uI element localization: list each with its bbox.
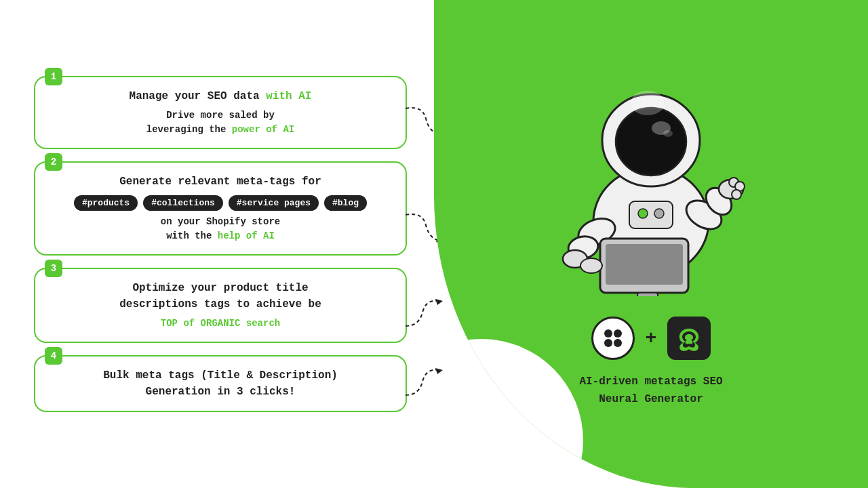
svg-point-21 <box>616 108 686 176</box>
svg-point-27 <box>654 209 664 218</box>
bottom-label-line2: Neural Generator <box>599 393 703 405</box>
right-panel: + AI-driven metatags SEO Neural Generato… <box>434 0 868 488</box>
svg-point-32 <box>614 339 622 347</box>
svg-point-23 <box>663 130 673 137</box>
card-3: 3 Optimize your product titledescription… <box>34 268 407 343</box>
icons-row: + <box>591 317 711 360</box>
svg-marker-2 <box>435 299 443 305</box>
card-2-title: Generate relevant meta-tags for <box>50 174 391 190</box>
card-2: 2 Generate relevant meta-tags for #produ… <box>34 161 407 256</box>
card-4-title: Bulk meta tags (Title & Description)Gene… <box>50 367 391 400</box>
svg-point-26 <box>638 209 648 218</box>
svg-rect-15 <box>606 244 683 285</box>
step-badge-3: 3 <box>45 260 62 277</box>
card-1-subtitle: Drive more saled byleveraging the power … <box>50 108 391 137</box>
tag-products: #products <box>74 195 138 211</box>
svg-point-13 <box>732 190 741 199</box>
bottom-label-line1: AI-driven metatags SEO <box>579 375 722 388</box>
tag-blog: #blog <box>324 195 367 211</box>
svg-point-28 <box>580 258 602 273</box>
tag-collections: #collections <box>143 195 223 211</box>
plus-sign: + <box>646 328 657 349</box>
arrow-3 <box>402 296 443 336</box>
card-3-subtitle: TOP of ORGANIC search <box>50 317 391 331</box>
svg-point-24 <box>631 91 665 115</box>
step-badge-2: 2 <box>45 153 62 171</box>
card-1-subtitle-green: power of AI <box>232 124 294 135</box>
svg-point-31 <box>604 339 612 347</box>
left-panel: 1 Manage your SEO data with AI Drive mor… <box>0 0 434 488</box>
card-1-title-green: with AI <box>266 90 311 102</box>
card-1-title: Manage your SEO data with AI <box>50 88 391 104</box>
card-3-subtitle-green: TOP of ORGANIC search <box>161 318 280 329</box>
tags-row: #products #collections #service pages #b… <box>50 195 391 211</box>
step-badge-1: 1 <box>45 68 62 85</box>
svg-point-29 <box>604 329 612 338</box>
card-1-title-text: Manage your SEO data <box>130 90 267 102</box>
step-badge-4: 4 <box>45 347 62 365</box>
svg-rect-16 <box>637 293 658 296</box>
card-4: 4 Bulk meta tags (Title & Description)Ge… <box>34 355 407 412</box>
card-3-title: Optimize your product titledescriptions … <box>50 280 391 312</box>
svg-rect-25 <box>629 201 673 228</box>
robot-illustration <box>542 66 760 296</box>
tag-service-pages: #service pages <box>229 195 319 211</box>
chatgpt-icon-square <box>667 317 711 360</box>
svg-point-30 <box>614 329 622 338</box>
card-2-subtitle: on your Shopify storewith the help of AI <box>50 215 391 243</box>
card-2-subtitle-green: help of AI <box>218 230 275 241</box>
shopify-icon-circle <box>591 317 635 360</box>
bottom-label: AI-driven metatags SEO Neural Generator <box>579 373 722 408</box>
card-1: 1 Manage your SEO data with AI Drive mor… <box>34 76 407 149</box>
